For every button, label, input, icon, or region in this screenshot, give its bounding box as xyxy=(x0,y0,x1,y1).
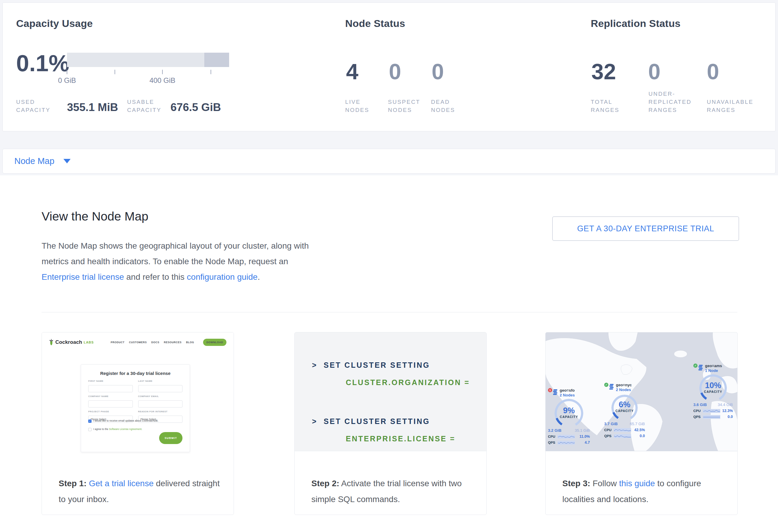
suspect-nodes-count: 0 xyxy=(389,60,401,84)
total-ranges-count: 32 xyxy=(591,60,616,84)
last-name-field xyxy=(138,385,183,392)
section-divider xyxy=(42,312,737,312)
locale-sfo: 1 geo=sfo 2 Nodes 9% CAPACITY 3.2 GiB 35… xyxy=(548,388,590,445)
trial-registration-form: Register for a 30-day trial license FIRS… xyxy=(81,365,190,452)
error-badge-icon: 1 xyxy=(548,388,552,392)
cockroach-bug-icon xyxy=(49,339,54,346)
total-ranges-label: TOTALRANGES xyxy=(591,98,619,114)
page-title: View the Node Map xyxy=(42,210,148,224)
cpu-sparkline xyxy=(614,428,631,432)
cluster-summary-panel: Capacity Usage 0.1% 0 GiB 400 GiB USEDCA… xyxy=(2,2,776,131)
cpu-sparkline xyxy=(557,435,575,439)
step3-card: 1 geo=sfo 2 Nodes 9% CAPACITY 3.2 GiB 35… xyxy=(545,332,737,515)
enterprise-trial-button[interactable]: GET A 30-DAY ENTERPRISE TRIAL xyxy=(552,216,739,241)
capacity-bar xyxy=(67,53,229,67)
license-agreement-checkbox: I agree to the Software License Agreemen… xyxy=(88,428,142,431)
under-replicated-label: UNDER-REPLICATEDRANGES xyxy=(648,90,692,114)
capacity-label: CAPACITY xyxy=(548,415,590,419)
enterprise-trial-license-link[interactable]: Enterprise trial license xyxy=(42,272,124,282)
mini-download-button: DOWNLOAD xyxy=(203,339,226,346)
configuration-guide-link[interactable]: configuration guide xyxy=(187,272,258,282)
cpu-sparkline xyxy=(703,409,720,413)
sql-command-arg: ENTERPRISE.LICENSE = xyxy=(346,435,456,443)
sql-command-line: > SET CLUSTER SETTING xyxy=(312,417,430,426)
healthy-badge-icon: ✓ xyxy=(604,383,608,387)
capacity-percent: 0.1% xyxy=(16,50,69,76)
step2-card: > SET CLUSTER SETTING CLUSTER.ORGANIZATI… xyxy=(294,332,487,515)
checkbox-checked-icon: ✓ xyxy=(88,420,91,423)
locale-ams: ✓ geo=ams 1 Node 10% CAPACITY 3.6 GiB 34… xyxy=(693,364,733,419)
replication-status-title: Replication Status xyxy=(591,18,681,29)
axis-tick xyxy=(162,70,163,74)
locale-nyc: ✓ geo=nyc 2 Nodes 6% CAPACITY 3.7 GiB 65… xyxy=(604,383,645,438)
qps-sparkline xyxy=(703,415,720,419)
axis-tick-label: 0 GiB xyxy=(58,76,76,85)
node-map-preview-image: 1 geo=sfo 2 Nodes 9% CAPACITY 3.2 GiB 35… xyxy=(546,332,737,451)
first-name-field xyxy=(88,385,133,392)
dead-nodes-label: DEADNODES xyxy=(431,98,455,114)
node-map-dropdown-label: Node Map xyxy=(14,156,55,166)
step2-caption: Step 2: Activate the trial license with … xyxy=(311,475,474,507)
healthy-badge-icon: ✓ xyxy=(693,364,698,368)
qps-sparkline xyxy=(557,441,575,445)
capacity-percent: 9% xyxy=(548,406,590,415)
usable-capacity-value: 676.5 GiB xyxy=(170,101,221,114)
mini-site-nav: PRODUCTCUSTOMERSDOCSRESOURCESBLOG DOWNLO… xyxy=(111,339,226,346)
axis-tick xyxy=(211,70,211,74)
database-nodes-icon xyxy=(698,365,704,371)
under-replicated-count: 0 xyxy=(648,60,660,84)
get-trial-license-link[interactable]: Get a trial license xyxy=(89,479,153,488)
axis-tick-label: 400 GiB xyxy=(150,76,175,85)
capacity-bar-used-segment xyxy=(204,53,229,67)
checkbox-empty-icon xyxy=(88,428,91,431)
axis-tick xyxy=(67,70,67,74)
live-nodes-label: LIVENODES xyxy=(345,98,369,114)
unavailable-count: 0 xyxy=(707,60,719,84)
chevron-down-icon xyxy=(63,159,71,163)
node-map-dropdown[interactable]: Node Map xyxy=(2,149,776,173)
email-updates-checkbox: ✓ I would like to receive email updates … xyxy=(88,419,158,423)
mini-submit-button: SUBMIT xyxy=(159,432,182,444)
step1-card: Cockroach LABS PRODUCTCUSTOMERSDOCSRESOU… xyxy=(42,332,234,515)
dead-nodes-count: 0 xyxy=(432,60,444,84)
sql-commands-panel: > SET CLUSTER SETTING CLUSTER.ORGANIZATI… xyxy=(295,332,486,451)
node-map-description: The Node Map shows the geographical layo… xyxy=(42,238,317,285)
this-guide-link[interactable]: this guide xyxy=(619,479,655,488)
capacity-percent: 6% xyxy=(604,400,645,409)
used-capacity-value: 355.1 MiB xyxy=(67,101,118,114)
cockroach-labs-logo: Cockroach LABS xyxy=(49,339,94,346)
company-name-field xyxy=(88,400,133,407)
used-capacity-label: USEDCAPACITY xyxy=(16,98,50,114)
company-email-field xyxy=(138,400,183,407)
database-nodes-icon xyxy=(553,389,558,395)
usable-capacity-label: USABLECAPACITY xyxy=(127,98,161,114)
qps-sparkline xyxy=(614,434,631,438)
capacity-usage-title: Capacity Usage xyxy=(16,18,93,29)
registration-page-screenshot: Cockroach LABS PRODUCTCUSTOMERSDOCSRESOU… xyxy=(42,332,234,451)
database-nodes-icon xyxy=(609,384,614,390)
unavailable-label: UNAVAILABLERANGES xyxy=(707,98,754,114)
step1-caption: Step 1: Get a trial license delivered st… xyxy=(59,475,222,507)
capacity-label: CAPACITY xyxy=(693,390,733,393)
step3-caption: Step 3: Follow this guide to configure l… xyxy=(562,475,725,507)
node-status-title: Node Status xyxy=(345,18,405,29)
sql-command-arg: CLUSTER.ORGANIZATION = xyxy=(346,378,470,387)
sql-command-line: > SET CLUSTER SETTING xyxy=(312,361,430,370)
capacity-percent: 10% xyxy=(693,381,733,390)
suspect-nodes-label: SUSPECTNODES xyxy=(388,98,420,114)
capacity-label: CAPACITY xyxy=(604,409,645,412)
live-nodes-count: 4 xyxy=(346,60,358,84)
axis-tick xyxy=(114,70,115,74)
